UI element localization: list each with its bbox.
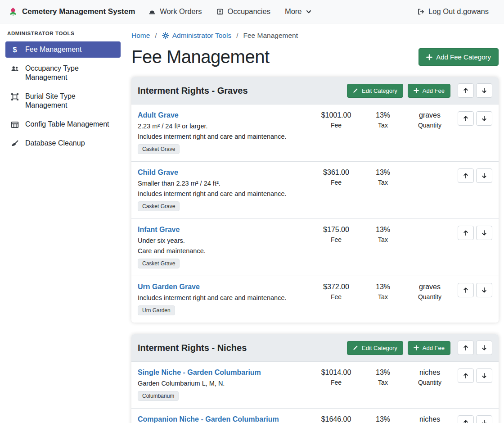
app-brand[interactable]: Cemetery Management System <box>8 7 135 17</box>
add-fee-category-button[interactable]: Add Fee Category <box>418 48 499 66</box>
sidebar-item-occupancy-type-management[interactable]: Occupancy Type Management <box>5 60 121 86</box>
fee-amount-label: Fee <box>313 179 360 186</box>
fee-description: Care and maintenance. <box>138 247 310 255</box>
arrow-up-icon <box>463 173 469 179</box>
nav-more[interactable]: More <box>278 3 319 20</box>
fee-tax-label: Tax <box>360 236 406 243</box>
edit-category-label: Edit Category <box>362 345 397 351</box>
sidebar-item-label: Database Cleanup <box>25 139 85 148</box>
edit-category-button[interactable]: Edit Category <box>347 84 403 98</box>
move-fee-down-button[interactable] <box>476 368 492 383</box>
sidebar-item-burial-site-type-management[interactable]: Burial Site Type Management <box>5 88 121 114</box>
edit-category-button[interactable]: Edit Category <box>347 341 403 355</box>
fee-tag: Casket Grave <box>138 201 180 211</box>
app-title: Cemetery Management System <box>22 7 135 16</box>
breadcrumb-separator: / <box>236 32 238 40</box>
move-fee-up-button[interactable] <box>458 226 474 240</box>
breadcrumb: Home / Administrator Tools / Fee Managem… <box>131 32 499 40</box>
sidebar-item-fee-management[interactable]: $ Fee Management <box>5 41 121 58</box>
main-content: Home / Administrator Tools / Fee Managem… <box>126 23 504 423</box>
arrow-up-icon <box>463 87 469 94</box>
nav-links: Work Orders Occupancies More <box>141 3 318 20</box>
category-reorder-buttons <box>458 83 492 98</box>
nav-work-orders[interactable]: Work Orders <box>141 3 209 20</box>
fee-name-link[interactable]: Urn Garden Grave <box>138 283 200 291</box>
move-category-up-button[interactable] <box>458 341 474 355</box>
move-fee-up-button[interactable] <box>458 283 474 297</box>
breadcrumb-home-link[interactable]: Home <box>131 32 150 40</box>
add-fee-button[interactable]: Add Fee <box>408 341 450 355</box>
fee-description: Garden Columbarium L, M, N. <box>138 380 310 387</box>
move-fee-up-button[interactable] <box>458 415 474 423</box>
fee-name-link[interactable]: Adult Grave <box>138 111 179 119</box>
move-category-down-button[interactable] <box>476 341 492 355</box>
move-fee-down-button[interactable] <box>476 415 492 423</box>
fee-name-link[interactable]: Infant Grave <box>138 226 180 234</box>
logout-label: Log Out d.gowans <box>428 7 489 16</box>
fee-description: Smaller than 2.23 m² / 24 ft². <box>138 180 310 187</box>
arrow-down-icon <box>481 345 487 351</box>
fee-reorder-buttons <box>458 283 492 297</box>
fee-name-link[interactable]: Child Grave <box>138 168 178 177</box>
plus-icon <box>414 88 419 93</box>
fee-amount-label: Fee <box>313 293 360 300</box>
fee-amount: $175.00 <box>313 226 360 234</box>
category-card-niches: Interment Rights - Niches Edit Category … <box>131 334 499 423</box>
add-fee-label: Add Fee <box>423 345 445 351</box>
nav-occupancies[interactable]: Occupancies <box>209 3 278 20</box>
fee-tax-label: Tax <box>360 122 406 129</box>
fee-tax-column: 13% Tax <box>360 283 406 300</box>
fee-description: Under six years. <box>138 237 310 244</box>
fee-reorder-buttons <box>458 368 492 383</box>
arrow-up-icon <box>463 230 469 236</box>
move-category-up-button[interactable] <box>458 83 474 98</box>
arrow-down-icon <box>481 87 487 94</box>
move-fee-down-button[interactable] <box>476 283 492 297</box>
fee-quantity-column: graves Quantity <box>406 111 453 129</box>
arrow-up-icon <box>463 373 469 379</box>
arrow-down-icon <box>481 287 487 293</box>
fee-unit: niches <box>406 368 453 377</box>
fee-reorder-buttons <box>458 111 492 126</box>
fee-reorder-buttons <box>458 226 492 240</box>
move-fee-down-button[interactable] <box>476 168 492 183</box>
fee-row: Infant Grave Under six years. Care and m… <box>131 218 499 276</box>
add-fee-category-label: Add Fee Category <box>436 53 491 61</box>
tulip-logo-icon <box>8 7 18 17</box>
arrow-down-icon <box>481 230 487 236</box>
move-fee-up-button[interactable] <box>458 368 474 383</box>
fee-name-link[interactable]: Single Niche - Garden Columbarium <box>138 368 261 377</box>
sidebar-item-label: Occupancy Type Management <box>25 64 111 82</box>
admin-sidebar: ADMINISTRATOR TOOLS $ Fee Management Occ… <box>0 23 126 423</box>
move-fee-up-button[interactable] <box>458 168 474 183</box>
fee-quantity-label: Quantity <box>406 379 453 386</box>
fee-amount-column: $372.00 Fee <box>313 283 360 300</box>
fee-name-link[interactable]: Companion Niche - Garden Columbarium <box>138 415 279 423</box>
arrow-up-icon <box>463 345 469 351</box>
move-fee-down-button[interactable] <box>476 226 492 240</box>
hard-hat-icon <box>148 8 156 15</box>
fee-tag: Casket Grave <box>138 144 180 154</box>
nav-occupancies-label: Occupancies <box>228 7 270 16</box>
move-fee-down-button[interactable] <box>476 111 492 126</box>
move-category-down-button[interactable] <box>476 83 492 98</box>
fee-unit: graves <box>406 111 453 119</box>
plot-frame-icon <box>10 93 20 101</box>
breadcrumb-admin-tools-link[interactable]: Administrator Tools <box>162 32 232 40</box>
sidebar-item-database-cleanup[interactable]: Database Cleanup <box>5 135 121 151</box>
add-fee-button[interactable]: Add Fee <box>408 84 450 98</box>
arrow-up-icon <box>463 419 469 423</box>
category-header: Interment Rights - Niches Edit Category … <box>131 334 499 362</box>
add-fee-label: Add Fee <box>423 87 445 94</box>
plus-icon <box>426 54 432 60</box>
fee-tag: Columbarium <box>138 391 179 401</box>
category-title: Interment Rights - Niches <box>138 343 342 353</box>
category-header: Interment Rights - Graves Edit Category … <box>131 77 499 105</box>
move-fee-up-button[interactable] <box>458 111 474 126</box>
plus-icon <box>414 345 419 350</box>
sidebar-item-config-table-management[interactable]: Config Table Management <box>5 116 121 132</box>
fee-amount-label: Fee <box>313 379 360 386</box>
fee-reorder-buttons <box>458 415 492 423</box>
fee-quantity-column: niches Quantity <box>406 415 453 423</box>
logout-button[interactable]: Log Out d.gowans <box>410 3 496 20</box>
